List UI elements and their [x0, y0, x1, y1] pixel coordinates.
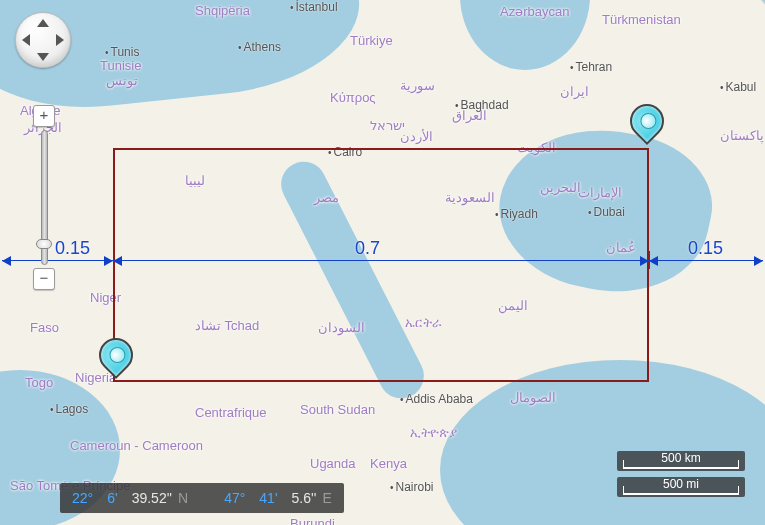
pan-down-button[interactable] — [37, 53, 49, 61]
pan-right-button[interactable] — [56, 34, 64, 46]
scale-bar-mi-label: 500 mi — [663, 477, 699, 491]
pan-control — [15, 12, 71, 68]
pan-left-button[interactable] — [22, 34, 30, 46]
scale-bar-km: 500 km — [617, 451, 745, 471]
lat-sec: 39.52'' — [132, 490, 172, 506]
zoom-slider-track[interactable] — [41, 130, 48, 265]
scale-bar-km-label: 500 km — [661, 451, 700, 465]
dim-arrow-right — [649, 260, 763, 261]
lon-hemi: E — [322, 490, 331, 506]
dim-tick-1 — [113, 251, 114, 269]
pan-up-button[interactable] — [37, 19, 49, 27]
map-marker-sw[interactable] — [99, 338, 133, 382]
dim-label-left: 0.15 — [55, 238, 90, 259]
coordinate-bar: 22° 6' 39.52'' N 47° 41' 5.6'' E — [60, 483, 344, 513]
lon-min: 41' — [259, 490, 277, 506]
zoom-control: + − — [32, 105, 56, 290]
lat-deg: 22° — [72, 490, 93, 506]
scale-bar-mi: 500 mi — [617, 477, 745, 497]
zoom-out-button[interactable]: − — [33, 268, 55, 290]
dim-tick-2 — [649, 251, 650, 269]
dim-arrow-center — [113, 260, 649, 261]
dim-label-center: 0.7 — [355, 238, 380, 259]
lat-min: 6' — [107, 490, 117, 506]
map-marker-ne[interactable] — [630, 104, 664, 148]
map-canvas[interactable]: ShqipëriaİstanbulAzərbaycanTürkmenistanT… — [0, 0, 765, 525]
lon-deg: 47° — [224, 490, 245, 506]
viewport-rectangle — [113, 148, 649, 382]
zoom-slider-thumb[interactable] — [36, 239, 52, 249]
dim-label-right: 0.15 — [688, 238, 723, 259]
lon-sec: 5.6'' — [292, 490, 317, 506]
scale-bar-group: 500 km 500 mi — [617, 451, 745, 497]
zoom-in-button[interactable]: + — [33, 105, 55, 127]
dim-arrow-left — [2, 260, 113, 261]
lat-hemi: N — [178, 490, 188, 506]
